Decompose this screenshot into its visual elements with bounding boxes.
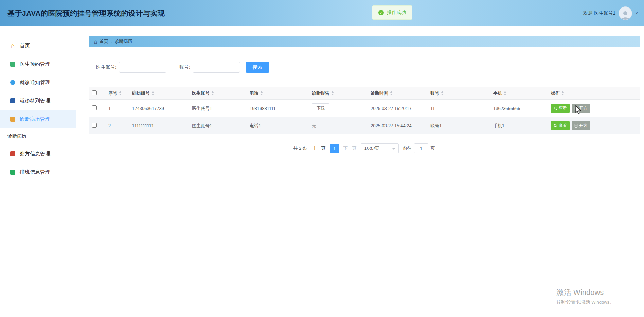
sidebar-item-label: 处方信息管理 xyxy=(20,151,50,157)
col-account[interactable]: 账号 xyxy=(427,87,490,100)
account-input[interactable] xyxy=(193,62,240,73)
sidebar-item-home[interactable]: ⌂ 首页 xyxy=(0,36,76,55)
records-icon xyxy=(10,117,15,122)
breadcrumb-separator: - xyxy=(111,39,112,44)
person-icon xyxy=(620,10,630,20)
sidebar-subitem-diagnosis-record[interactable]: 诊断病历 xyxy=(0,128,76,145)
row-checkbox[interactable] xyxy=(92,123,97,128)
sort-icon xyxy=(441,91,444,95)
magnifier-icon xyxy=(554,124,557,128)
app-header: 基于JAVA的医院预约挂号管理系统的设计与实现 ✓ 操作成功 欢迎 医生账号1 … xyxy=(0,0,644,26)
col-actions[interactable]: 操作 xyxy=(548,87,640,100)
sidebar-item-visit-checkin[interactable]: 就诊签到管理 xyxy=(0,91,76,110)
col-doctor-account[interactable]: 医生账号 xyxy=(189,87,246,100)
sidebar-item-visit-notifications[interactable]: 就诊通知管理 xyxy=(0,73,76,91)
prescription-icon xyxy=(10,151,15,156)
cell-time: 2025-03-27 16:20:17 xyxy=(367,100,427,117)
page-size-select[interactable]: 10条/页 xyxy=(361,143,399,153)
prescribe-button[interactable]: 开方 xyxy=(572,104,590,113)
appointment-icon xyxy=(10,62,15,67)
table-row: 2 1111111111 医生账号1 电话1 无 2025-03-27 15:4… xyxy=(89,117,640,134)
col-phone[interactable]: 电话 xyxy=(246,87,308,100)
goto-label: 前往 xyxy=(403,145,412,151)
col-index[interactable]: 序号 xyxy=(105,87,129,100)
page: 基于JAVA的医院预约挂号管理系统的设计与实现 ✓ 操作成功 欢迎 医生账号1 … xyxy=(0,0,644,317)
doctor-account-input[interactable] xyxy=(119,62,166,73)
sidebar-item-label: 诊断病历管理 xyxy=(20,116,50,122)
sort-icon xyxy=(561,91,564,95)
breadcrumb-home-icon[interactable]: ⌂ xyxy=(94,39,97,44)
cell-doctor-account: 医生账号1 xyxy=(189,100,246,117)
chevron-down-icon[interactable]: ˅ xyxy=(635,11,638,16)
sidebar-item-prescription-info[interactable]: 处方信息管理 xyxy=(0,145,76,163)
page-unit-label: 页 xyxy=(431,145,435,151)
col-record-no[interactable]: 病历编号 xyxy=(129,87,189,100)
search-button[interactable]: 搜索 xyxy=(246,62,269,73)
notification-icon xyxy=(10,80,15,85)
schedule-icon xyxy=(10,170,15,175)
breadcrumb-current: 诊断病历 xyxy=(114,38,132,45)
col-mobile[interactable]: 手机 xyxy=(490,87,548,100)
account-label: 账号: xyxy=(179,64,190,70)
prescribe-button[interactable]: 开方 xyxy=(572,121,590,130)
sidebar-item-diagnosis-records[interactable]: 诊断病历管理 xyxy=(0,110,76,128)
welcome-text: 欢迎 医生账号1 xyxy=(583,10,616,16)
main-content: ⌂ 首页 - 诊断病历 医生账号: 账号: 搜索 xyxy=(76,26,644,317)
sidebar-item-label: 首页 xyxy=(20,43,30,49)
cell-index: 1 xyxy=(105,100,129,117)
view-button[interactable]: 查看 xyxy=(551,104,570,113)
doctor-account-label: 医生账号: xyxy=(96,64,117,70)
sort-icon xyxy=(119,91,122,95)
cell-time: 2025-03-27 15:44:24 xyxy=(367,117,427,134)
table-row: 1 1743063617739 医生账号1 19819881111 下载 202… xyxy=(89,100,640,117)
cell-mobile: 13623666666 xyxy=(490,100,548,117)
records-table: 序号 病历编号 医生账号 电话 诊断报告 诊断时间 账号 手机 操作 1 xyxy=(89,87,640,134)
cell-record-no: 1111111111 xyxy=(129,117,189,134)
user-avatar[interactable] xyxy=(619,6,632,20)
user-area: 欢迎 医生账号1 ˅ xyxy=(583,0,638,26)
cell-record-no: 1743063617739 xyxy=(129,100,189,117)
document-icon xyxy=(574,106,578,110)
sidebar-item-doctor-appointments[interactable]: 医生预约管理 xyxy=(0,55,76,73)
sort-icon xyxy=(331,91,334,95)
sort-icon xyxy=(260,91,263,95)
select-arrow-icon xyxy=(392,148,395,150)
goto-page: 前往 页 xyxy=(403,143,435,153)
sidebar-item-label: 医生预约管理 xyxy=(20,61,50,67)
app-title: 基于JAVA的医院预约挂号管理系统的设计与实现 xyxy=(7,9,165,18)
prev-page-button[interactable]: 上一页 xyxy=(312,145,326,151)
pagination-total: 共 2 条 xyxy=(293,145,307,151)
search-bar: 医生账号: 账号: 搜索 xyxy=(89,62,640,73)
home-icon: ⌂ xyxy=(10,42,15,49)
sort-icon xyxy=(390,91,393,95)
success-toast: ✓ 操作成功 xyxy=(372,5,412,20)
sidebar-item-schedule-info[interactable]: 排班信息管理 xyxy=(0,163,76,181)
cell-mobile: 手机1 xyxy=(490,117,548,134)
cell-account: 账号1 xyxy=(427,117,490,134)
page-number-1[interactable]: 1 xyxy=(330,144,339,153)
cell-index: 2 xyxy=(105,117,129,134)
toast-message: 操作成功 xyxy=(387,10,406,16)
pagination: 共 2 条 上一页 1 下一页 10条/页 前往 页 xyxy=(89,143,640,153)
breadcrumb-home[interactable]: 首页 xyxy=(100,38,108,45)
cell-phone: 19819881111 xyxy=(246,100,308,117)
col-time[interactable]: 诊断时间 xyxy=(367,87,427,100)
breadcrumb: ⌂ 首页 - 诊断病历 xyxy=(89,36,640,47)
sort-icon xyxy=(211,91,214,95)
sidebar-subitem-label: 诊断病历 xyxy=(7,133,26,139)
cell-doctor-account: 医生账号1 xyxy=(189,117,246,134)
row-checkbox[interactable] xyxy=(92,105,97,110)
view-button[interactable]: 查看 xyxy=(551,121,570,130)
checkin-icon xyxy=(10,98,15,103)
magnifier-icon xyxy=(554,106,557,110)
sidebar: ⌂ 首页 医生预约管理 就诊通知管理 就诊签到管理 诊断病历管理 诊断病历 xyxy=(0,26,76,317)
sort-icon xyxy=(504,91,506,95)
sidebar-item-label: 就诊签到管理 xyxy=(20,98,50,104)
col-report[interactable]: 诊断报告 xyxy=(308,87,367,100)
select-all-checkbox[interactable] xyxy=(92,90,97,95)
page-size-value: 10条/页 xyxy=(364,145,379,151)
next-page-button[interactable]: 下一页 xyxy=(343,145,357,151)
table-header-row: 序号 病历编号 医生账号 电话 诊断报告 诊断时间 账号 手机 操作 xyxy=(89,87,640,100)
download-button[interactable]: 下载 xyxy=(312,103,329,113)
goto-page-input[interactable] xyxy=(414,143,428,153)
